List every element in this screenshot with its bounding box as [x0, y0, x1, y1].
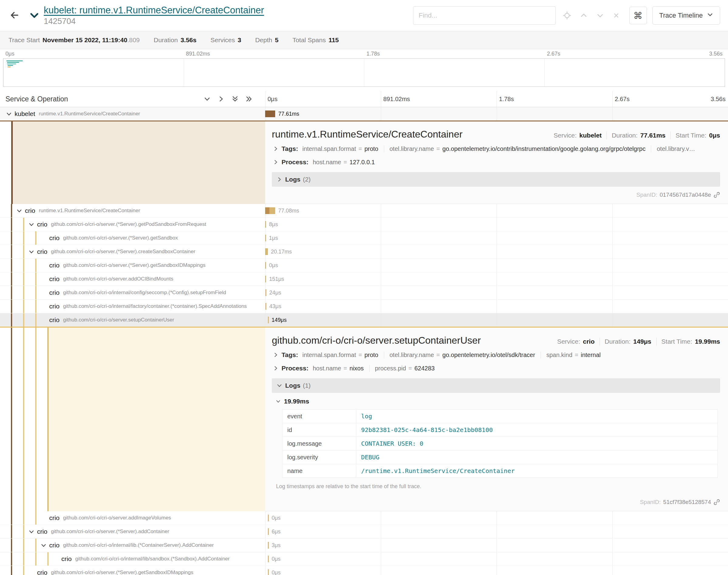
span-service-name: crio	[37, 248, 47, 255]
minimap-span-bar	[7, 62, 19, 63]
tag-value: internal	[581, 351, 601, 359]
collapse-one-chevron-down-icon[interactable]	[204, 96, 210, 102]
divider	[606, 131, 607, 139]
span-duration-bar	[265, 289, 266, 296]
collapse-all-double-chevron-down-icon[interactable]	[232, 96, 238, 102]
log-field-key: log.message	[283, 437, 356, 450]
prev-result-chevron-up-icon[interactable]	[580, 12, 587, 19]
span-row[interactable]: criogithub.com/cri-o/cri-o/server.(*Serv…	[0, 231, 728, 245]
span-row[interactable]: crioruntime.v1.RuntimeService/CreateCont…	[0, 204, 728, 218]
log-field-value: /runtime.v1.RuntimeService/CreateContain…	[356, 464, 718, 478]
indent-guide	[11, 328, 12, 511]
span-row[interactable]: criogithub.com/cri-o/cri-o/server.(*Serv…	[0, 566, 728, 575]
tag-item: otel.library.name=go.opentelemetry.io/ot…	[390, 351, 541, 359]
detail-title-row: github.com/cri-o/cri-o/server.setupConta…	[272, 335, 720, 346]
span-rows-group-b: crioruntime.v1.RuntimeService/CreateCont…	[0, 204, 728, 328]
span-row[interactable]: criogithub.com/cri-o/cri-o/server.(*Serv…	[0, 218, 728, 231]
span-service-name: crio	[49, 275, 60, 283]
indent-guide	[23, 245, 24, 258]
indent-guide	[35, 300, 36, 313]
detail-service-value: kubelet	[580, 132, 602, 139]
clear-search-x-icon[interactable]	[613, 12, 620, 19]
equals-sign: =	[575, 351, 578, 359]
log-entry-toggle[interactable]: 19.99ms	[274, 398, 719, 405]
span-name-cell: kubeletruntime.v1.RuntimeService/CreateC…	[0, 107, 265, 121]
trace-title-link[interactable]: kubelet: runtime.v1.RuntimeService/Creat…	[44, 5, 264, 15]
tag-key: otel.library.v…	[657, 145, 695, 153]
log-field-row: name/runtime.v1.RuntimeService/CreateCon…	[283, 464, 718, 478]
indent-guide	[11, 539, 12, 552]
span-duration-label: 77.08ms	[278, 208, 299, 214]
copy-link-icon[interactable]	[714, 192, 720, 198]
copy-link-icon[interactable]	[714, 499, 720, 505]
span-operation-name: github.com/cri-o/cri-o/internal/lib.(*Co…	[63, 542, 265, 548]
span-row[interactable]: criogithub.com/cri-o/cri-o/internal/lib/…	[0, 552, 728, 566]
span-expand-chevron-down-icon[interactable]	[14, 208, 24, 214]
minimap-tick: 891.02ms	[186, 51, 210, 57]
span-expand-chevron-down-icon[interactable]	[38, 543, 48, 548]
minimap-canvas[interactable]	[3, 58, 725, 87]
process-accordion[interactable]: Process: host.name=127.0.0.1	[272, 156, 720, 168]
span-row[interactable]: criogithub.com/cri-o/cri-o/server.(*Serv…	[0, 245, 728, 259]
span-name-cell: criogithub.com/cri-o/cri-o/internal/lib.…	[0, 539, 265, 552]
span-name-cell: criogithub.com/cri-o/cri-o/server.addOCI…	[0, 272, 265, 286]
span-row[interactable]: criogithub.com/cri-o/cri-o/server.addIma…	[0, 511, 728, 525]
next-result-chevron-down-icon[interactable]	[596, 12, 604, 19]
focus-crosshair-icon[interactable]	[563, 11, 571, 20]
span-expand-chevron-down-icon[interactable]	[4, 111, 14, 117]
span-service-name: crio	[37, 569, 47, 575]
span-timeline-cell: 151μs	[265, 272, 728, 286]
span-name-cell: crioruntime.v1.RuntimeService/CreateCont…	[0, 204, 265, 217]
span-timeline-cell: 24μs	[265, 286, 728, 299]
span-duration-bar-segment	[265, 207, 269, 214]
keyboard-shortcuts-button[interactable]: ⌘	[629, 7, 647, 24]
span-duration-bar	[268, 528, 269, 535]
minimap-span-bar	[7, 63, 16, 64]
expand-one-chevron-right-icon[interactable]	[218, 96, 225, 102]
tag-key: span.kind	[547, 351, 572, 359]
indent-guide	[23, 552, 24, 566]
span-row[interactable]: kubeletruntime.v1.RuntimeService/CreateC…	[0, 107, 728, 122]
find-input[interactable]	[413, 6, 556, 25]
tags-accordion[interactable]: Tags: internal.span.format=protootel.lib…	[272, 143, 720, 155]
span-row[interactable]: criogithub.com/cri-o/cri-o/server.addOCI…	[0, 272, 728, 286]
span-row[interactable]: criogithub.com/cri-o/cri-o/server.setupC…	[0, 313, 728, 328]
span-expand-chevron-down-icon[interactable]	[26, 249, 36, 255]
timeline-header: Service & Operation 0μs891.02ms1.78s2.67…	[0, 91, 728, 107]
expand-all-double-chevron-right-icon[interactable]	[246, 96, 253, 102]
back-button[interactable]	[8, 8, 21, 23]
trace-start-label: Trace Start	[8, 36, 40, 44]
chevron-right-icon	[272, 366, 280, 371]
detail-indent-block	[11, 122, 265, 204]
span-service-name: crio	[49, 234, 60, 242]
span-name-cell: criogithub.com/cri-o/cri-o/server.setupC…	[0, 313, 265, 327]
detail-meta: Service:crio Duration:149μs Start Time:1…	[548, 338, 720, 345]
tags-list: internal.span.format=protootel.library.n…	[302, 351, 611, 359]
trace-view-selector-button[interactable]: Trace Timeline	[652, 6, 720, 25]
tag-item: otel.library.v…	[657, 145, 700, 153]
indent-guide	[11, 566, 12, 575]
logs-accordion[interactable]: Logs (2)	[272, 172, 720, 187]
detail-indent-block	[47, 328, 265, 511]
span-row[interactable]: criogithub.com/cri-o/cri-o/internal/lib.…	[0, 539, 728, 552]
tags-accordion[interactable]: Tags: internal.span.format=protootel.lib…	[272, 349, 720, 361]
process-accordion[interactable]: Process: host.name=nixosprocess.pid=6242…	[272, 363, 720, 374]
span-detail-row-setupcontaineruser: github.com/cri-o/cri-o/server.setupConta…	[0, 328, 728, 511]
span-timeline-cell: 43μs	[265, 300, 728, 313]
span-row[interactable]: criogithub.com/cri-o/cri-o/server.(*Serv…	[0, 525, 728, 539]
collapse-header-chevron-down-icon[interactable]	[29, 11, 39, 20]
tag-value: proto	[364, 351, 378, 359]
span-service-name: crio	[25, 207, 35, 214]
summary-depth: Depth 5	[255, 36, 278, 44]
indent-guide	[11, 259, 12, 272]
span-row[interactable]: criogithub.com/cri-o/cri-o/server.(*Serv…	[0, 259, 728, 272]
span-expand-chevron-down-icon[interactable]	[26, 529, 36, 535]
minimap-tick: 0μs	[5, 51, 14, 57]
logs-accordion-expanded[interactable]: Logs (1)	[272, 378, 720, 393]
span-rows-group-c: criogithub.com/cri-o/cri-o/server.addIma…	[0, 511, 728, 575]
find-controls	[563, 11, 620, 20]
span-row[interactable]: criogithub.com/cri-o/cri-o/internal/conf…	[0, 286, 728, 300]
log-field-row: log.messageCONTAINER USER: 0	[283, 437, 718, 450]
span-row[interactable]: criogithub.com/cri-o/cri-o/internal/fact…	[0, 300, 728, 313]
span-expand-chevron-down-icon[interactable]	[26, 222, 36, 227]
